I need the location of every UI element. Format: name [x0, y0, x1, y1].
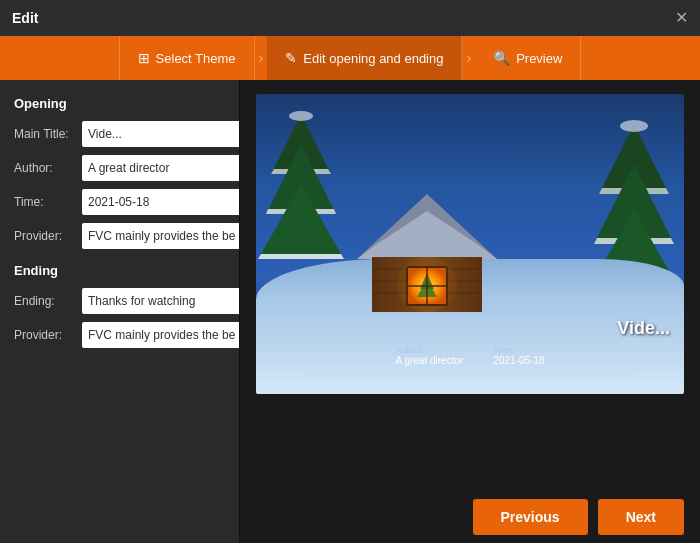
preview-author-item: Author: A great director: [396, 345, 464, 366]
preview-icon: 🔍: [493, 50, 510, 66]
preview-time-item: Time: 2021-05-18: [493, 345, 544, 366]
provider-opening-row: Provider:: [14, 223, 225, 249]
preview-scene: Vide... Author: A great director Time: 2…: [256, 94, 684, 394]
time-input[interactable]: [82, 189, 240, 215]
next-button[interactable]: Next: [598, 499, 684, 535]
provider-ending-label: Provider:: [14, 328, 82, 342]
right-panel: Vide... Author: A great director Time: 2…: [240, 80, 700, 543]
main-title-input[interactable]: [82, 121, 240, 147]
provider-opening-input[interactable]: [82, 223, 240, 249]
preview-container: Vide... Author: A great director Time: 2…: [256, 94, 684, 394]
svg-marker-5: [258, 184, 344, 259]
svg-marker-6: [258, 254, 344, 259]
ending-input[interactable]: [82, 288, 240, 314]
tab-edit-label: Edit opening and ending: [303, 51, 443, 66]
previous-button[interactable]: Previous: [473, 499, 588, 535]
author-key: Author:: [396, 345, 464, 355]
time-key: Time:: [493, 345, 544, 355]
nav-separator-2: ›: [462, 50, 475, 66]
preview-title: Vide...: [270, 318, 670, 339]
edit-icon: ✎: [285, 50, 297, 66]
provider-ending-input[interactable]: [82, 322, 240, 348]
preview-meta: Author: A great director Time: 2021-05-1…: [270, 345, 670, 366]
tab-preview[interactable]: 🔍 Preview: [475, 36, 581, 80]
ending-section-title: Ending: [14, 263, 225, 278]
opening-section-title: Opening: [14, 96, 225, 111]
time-row: Time:: [14, 189, 225, 215]
cabin: [352, 189, 502, 319]
author-input[interactable]: [82, 155, 240, 181]
window-title: Edit: [12, 10, 38, 26]
tab-preview-label: Preview: [516, 51, 562, 66]
preview-overlay: Vide... Author: A great director Time: 2…: [256, 310, 684, 394]
nav-separator-1: ›: [255, 50, 268, 66]
author-row: Author:: [14, 155, 225, 181]
provider-opening-label: Provider:: [14, 229, 82, 243]
svg-rect-31: [397, 257, 457, 312]
time-val: 2021-05-18: [493, 355, 544, 366]
svg-point-7: [289, 111, 313, 121]
title-bar: Edit ✕: [0, 0, 700, 36]
left-panel: Opening Main Title: Author: Time: Provid…: [0, 80, 240, 543]
main-title-label: Main Title:: [14, 127, 82, 141]
bottom-bar: Previous Next: [240, 491, 700, 543]
ending-row: Ending:: [14, 288, 225, 314]
svg-marker-18: [357, 211, 497, 259]
close-button[interactable]: ✕: [675, 10, 688, 26]
preview-provider: FVC mainly provides the best and profess…: [270, 370, 670, 380]
svg-point-15: [620, 120, 648, 132]
tab-select-theme-label: Select Theme: [156, 51, 236, 66]
tab-edit-opening-ending[interactable]: ✎ Edit opening and ending: [267, 36, 462, 80]
tab-select-theme[interactable]: ⊞ Select Theme: [119, 36, 255, 80]
provider-ending-row: Provider:: [14, 322, 225, 348]
author-val: A great director: [396, 355, 464, 366]
main-title-row: Main Title:: [14, 121, 225, 147]
ending-label: Ending:: [14, 294, 82, 308]
main-content: Opening Main Title: Author: Time: Provid…: [0, 80, 700, 543]
author-label: Author:: [14, 161, 82, 175]
top-nav: ⊞ Select Theme › ✎ Edit opening and endi…: [0, 36, 700, 80]
time-label: Time:: [14, 195, 82, 209]
theme-icon: ⊞: [138, 50, 150, 66]
